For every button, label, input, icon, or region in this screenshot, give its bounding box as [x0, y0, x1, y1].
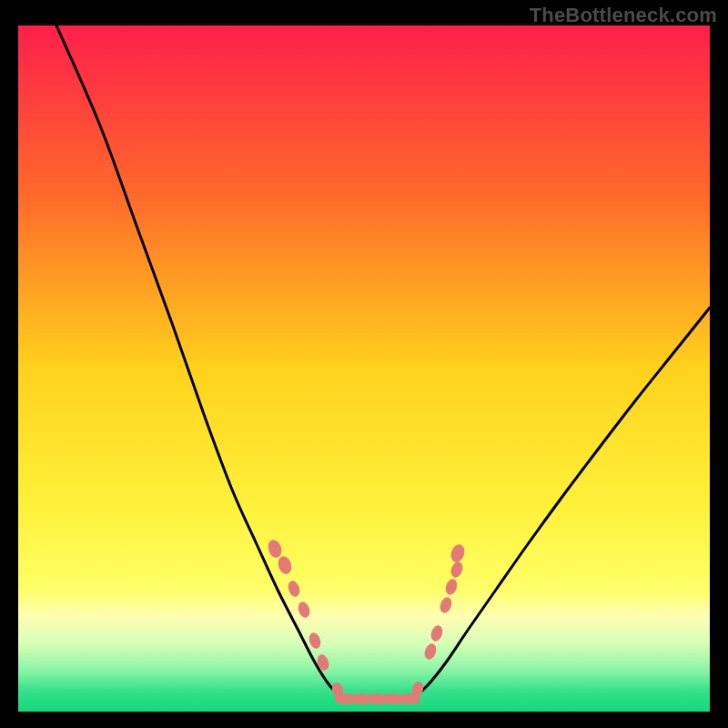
bottom-mark-1 — [356, 693, 369, 704]
bottom-mark-3 — [387, 693, 399, 704]
chart-svg — [18, 25, 710, 712]
bottom-mark-0 — [340, 693, 353, 704]
bottom-mark-4 — [402, 693, 415, 704]
plot-area — [18, 25, 710, 712]
chart-container: TheBottleneck.com — [0, 0, 728, 728]
bottom-mark-2 — [371, 693, 384, 704]
gradient-background — [18, 25, 710, 712]
attribution-label: TheBottleneck.com — [530, 4, 717, 27]
